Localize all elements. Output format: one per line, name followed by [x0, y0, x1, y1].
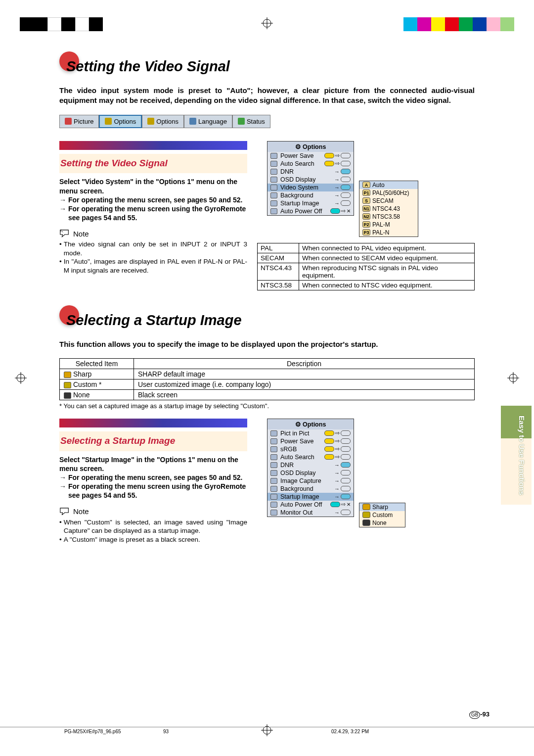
osd-row-label: Auto Search	[280, 454, 321, 461]
osd-row-state: ⇨	[324, 454, 351, 460]
osd-row: Auto Search ⇨	[267, 160, 354, 168]
table-header: Description	[134, 358, 475, 369]
osd-row: Image Capture→	[267, 477, 354, 485]
sub-menu-badge: N2	[362, 213, 370, 220]
sub-section-title: Setting the Video Signal	[60, 158, 246, 169]
osd-header: ⚙ Options	[267, 142, 354, 152]
osd-row-label: Video System	[280, 184, 331, 191]
osd-row-icon	[270, 185, 277, 190]
table-cell: Black screen	[134, 389, 475, 400]
registration-mark-icon	[15, 372, 27, 384]
item-icon	[64, 382, 71, 388]
osd-row-state: →	[334, 169, 351, 175]
osd-row-icon	[270, 454, 277, 460]
osd-row-state: ⇨	[324, 152, 351, 159]
osd-header: ⚙ Options	[267, 419, 354, 429]
signal-table: PALWhen connected to PAL video equipment…	[257, 243, 475, 290]
osd-row: Startup Image→	[267, 199, 354, 207]
section-heading: Selecting a Startup Image	[59, 303, 475, 329]
sub-menu-item: N1NTSC4.43	[359, 205, 418, 213]
color-swatch	[445, 17, 459, 31]
table-cell: When connected to SECAM video equipment.	[299, 253, 475, 263]
tab-label: Picture	[74, 118, 93, 125]
table-cell: NTSC4.43	[258, 263, 299, 280]
sub-menu-item: SSECAM	[359, 197, 418, 205]
sub-menu-label: PAL-N	[372, 229, 389, 236]
osd-row: Auto Power Off ⇨✕	[267, 501, 354, 509]
sub-menu-badge	[362, 520, 370, 526]
osd-row-state: →	[334, 192, 351, 198]
osd-row-label: DNR	[280, 462, 331, 469]
menu-tab: Picture	[59, 115, 99, 128]
section-intro: This function allows you to specify the …	[59, 339, 475, 349]
gb-icon: GB	[469, 711, 480, 719]
color-swatch	[61, 17, 75, 31]
osd-row-label: OSD Display	[280, 176, 331, 183]
osd-row: Auto Search ⇨	[267, 453, 354, 461]
osd-row-icon	[270, 486, 277, 492]
table-cell: NTSC3.58	[258, 280, 299, 290]
sub-menu-badge: A	[362, 182, 370, 188]
osd-options-panel: ⚙ OptionsPict in Pict ⇨Power Save ⇨sRGB …	[267, 419, 354, 517]
table-cell: When connected to NTSC video equipment.	[299, 280, 475, 290]
osd-sub-menu: SharpCustomNone	[359, 503, 405, 527]
osd-row-icon	[270, 470, 277, 476]
table-cell: None	[60, 389, 134, 400]
osd-row-label: Startup Image	[280, 200, 331, 207]
osd-row-icon	[270, 494, 277, 500]
instruction-text: For operating the menu screen, see pages…	[68, 473, 242, 482]
sub-menu-item: AAuto	[359, 181, 418, 189]
osd-row: OSD Display→	[267, 176, 354, 184]
color-swatch	[403, 17, 417, 31]
osd-row-icon	[270, 153, 277, 159]
table-cell: Sharp	[60, 369, 134, 379]
osd-row: Background→	[267, 485, 354, 493]
osd-row: DNR→	[267, 168, 354, 176]
osd-row-icon	[270, 208, 277, 214]
tab-icon	[189, 118, 196, 125]
section-title: Selecting a Startup Image	[66, 312, 242, 329]
page-number: GB-93	[469, 710, 490, 719]
osd-row: Startup Image→	[267, 493, 354, 501]
menu-tabs: PictureOptionsOptionsLanguageStatus	[59, 115, 475, 128]
sub-menu-item: Custom	[359, 511, 405, 519]
sub-menu-badge: S	[362, 197, 370, 204]
side-tab-label: Easy to Use Functions	[518, 416, 526, 495]
item-icon	[64, 392, 71, 399]
color-swatch	[75, 17, 89, 31]
sub-menu-label: PAL-M	[372, 221, 390, 228]
color-swatch	[487, 17, 500, 31]
tab-icon	[105, 118, 112, 125]
osd-row-label: Background	[280, 192, 331, 199]
osd-row-label: Background	[280, 485, 331, 492]
note-icon	[59, 229, 70, 238]
item-icon	[64, 372, 71, 378]
osd-row-icon	[270, 200, 277, 206]
osd-row: Pict in Pict ⇨	[267, 429, 354, 437]
menu-tab: Options	[99, 115, 142, 128]
color-swatch	[500, 17, 514, 31]
osd-row: sRGB ⇨	[267, 445, 354, 453]
osd-row-label: Monitor Out	[280, 509, 331, 516]
sub-menu-item: Sharp	[359, 503, 405, 511]
tab-icon	[65, 118, 72, 125]
osd-row-icon	[270, 510, 277, 516]
table-cell: PAL	[258, 243, 299, 253]
osd-row-label: Startup Image	[280, 493, 331, 500]
table-header: Selected Item	[60, 358, 134, 369]
osd-row-state: →	[334, 494, 351, 500]
tab-label: Status	[247, 118, 265, 125]
sub-section-title: Selecting a Startup Image	[60, 435, 246, 446]
table-cell: When connected to PAL video equipment.	[299, 243, 475, 253]
osd-row-state: →	[334, 177, 351, 183]
osd-row-state: ⇨	[324, 438, 351, 444]
table-cell: User customized image (i.e. company logo…	[134, 379, 475, 389]
osd-row-icon	[270, 161, 277, 167]
osd-row-icon	[270, 438, 277, 444]
footer-meta: PG-M25X#E#p78_96.p65 93 02.4.29, 3:22 PM	[0, 727, 534, 734]
sub-menu-item: P3PAL-N	[359, 229, 418, 236]
sub-menu-badge: P3	[362, 229, 370, 236]
section-intro: The video input system mode is preset to…	[59, 86, 475, 106]
color-swatch	[459, 17, 473, 31]
note-label: Note	[73, 230, 89, 238]
